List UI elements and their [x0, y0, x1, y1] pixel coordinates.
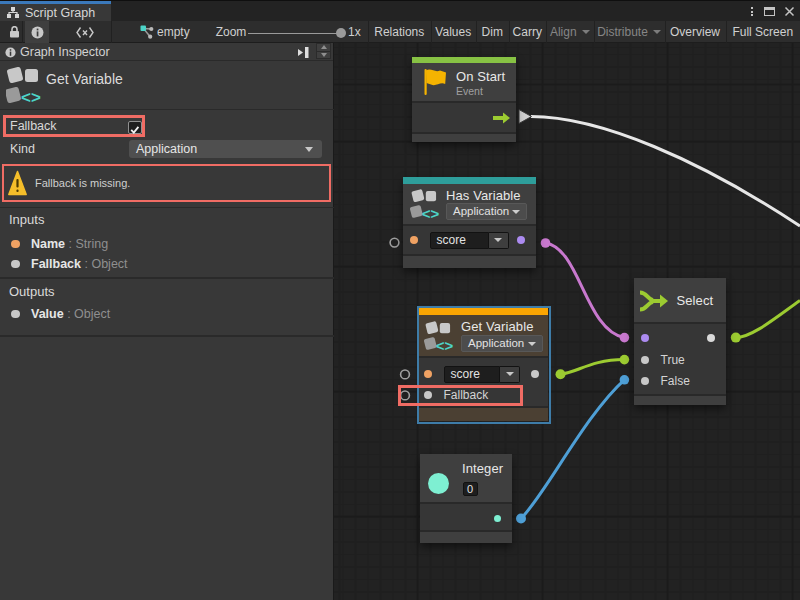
scope-dropdown[interactable]: Application: [461, 335, 543, 352]
variable-icon: <>: [424, 319, 454, 353]
value-output-port[interactable]: [531, 370, 539, 378]
close-icon[interactable]: [784, 6, 795, 17]
svg-text:<>: <>: [436, 336, 454, 352]
graph-inspector-panel: Graph Inspector <> Get Variable Fallback: [0, 43, 334, 600]
toolbar-button-values[interactable]: Values: [431, 21, 477, 43]
node-integer[interactable]: Integer 0: [420, 454, 512, 543]
kind-dropdown-value: Application: [136, 142, 197, 156]
warning-text: Fallback is missing.: [35, 177, 130, 189]
true-port-label: True: [661, 353, 685, 367]
node-select[interactable]: Select True False: [634, 278, 726, 405]
wire-end[interactable]: [620, 333, 630, 343]
false-port-label: False: [661, 374, 690, 388]
chevron-down-icon: [582, 30, 590, 34]
node-on-start[interactable]: On Start Event: [412, 57, 516, 143]
inspector-scroll-spinner: [316, 43, 331, 61]
chevron-down-icon: [653, 30, 661, 34]
zoom-value: 1x: [348, 21, 361, 43]
inspector-header: Graph Inspector: [0, 43, 333, 61]
fallback-port-highlight-box: [398, 385, 523, 406]
variable-icon: <>: [6, 64, 42, 107]
output-row-value: Value : Object: [0, 306, 334, 323]
node-title: On Start: [456, 69, 505, 84]
window-buttons: [749, 1, 800, 22]
toolbar-button-carry[interactable]: Carry: [509, 21, 547, 43]
wire-end[interactable]: [556, 369, 566, 379]
selection-outline: <> Get Variable Application score Fallba…: [417, 306, 552, 424]
code-icon[interactable]: [76, 21, 94, 43]
graph-pointer-label[interactable]: empty: [157, 21, 190, 43]
script-graph-icon: [7, 7, 19, 19]
node-title: Integer: [462, 461, 503, 476]
integer-output-port[interactable]: [494, 515, 501, 522]
name-input-port[interactable]: [410, 236, 418, 244]
select-icon: [639, 290, 668, 312]
flag-icon: [422, 68, 448, 96]
fallback-highlight-box: [3, 115, 145, 137]
info-toggle-button[interactable]: [25, 21, 49, 43]
zoom-slider-handle[interactable]: [336, 28, 346, 38]
result-output-port[interactable]: [517, 236, 525, 244]
info-icon: [5, 47, 16, 58]
scope-dropdown[interactable]: Application: [446, 203, 527, 220]
graph-pointer-icon[interactable]: [139, 21, 155, 43]
unity-script-graph-window: Script Graph: [0, 0, 800, 600]
info-icon: [31, 26, 44, 39]
port-dot: [11, 240, 20, 249]
true-input-port[interactable]: [641, 356, 649, 364]
wire-select-out[interactable]: [736, 301, 800, 338]
node-subtitle: Event: [456, 85, 483, 97]
integer-value-field[interactable]: 0: [463, 482, 478, 497]
variable-name-dropdown-button[interactable]: [489, 232, 509, 249]
selection-output-port[interactable]: [707, 334, 715, 342]
toolbar-button-align[interactable]: Align: [546, 21, 594, 43]
input-row-name: Name : String: [0, 236, 334, 253]
variable-name-dropdown-button[interactable]: [500, 366, 520, 383]
inputs-header: Inputs: [9, 212, 44, 227]
graph-toolbar: empty Zoom 1x Relations Values Dim Carry…: [0, 21, 800, 43]
kind-dropdown[interactable]: Application: [129, 140, 323, 158]
kind-label: Kind: [10, 142, 35, 156]
toolbar-button-full-screen[interactable]: Full Screen: [726, 21, 800, 43]
zoom-slider-track[interactable]: [248, 33, 342, 35]
condition-input-port[interactable]: [641, 334, 649, 342]
wire-end[interactable]: [541, 238, 551, 248]
unconnected-port-ring[interactable]: [401, 370, 410, 379]
dock-panel-icon[interactable]: [298, 47, 310, 58]
toolbar-button-distribute[interactable]: Distribute: [594, 21, 665, 43]
outputs-header: Outputs: [9, 284, 55, 299]
node-title: Select: [677, 293, 714, 308]
unconnected-port-ring[interactable]: [390, 238, 399, 247]
trigger-port-triangle[interactable]: [519, 110, 532, 124]
tab-script-graph[interactable]: Script Graph: [0, 1, 111, 22]
node-has-variable[interactable]: <> Has Variable Application score: [403, 177, 536, 268]
name-input-port[interactable]: [424, 370, 432, 378]
wire-on-start-out[interactable]: [531, 117, 800, 227]
zoom-label: Zoom: [219, 21, 243, 43]
wire-get-variable-to-select[interactable]: [561, 360, 625, 375]
variable-name-field[interactable]: score: [444, 366, 501, 383]
port-dot: [11, 260, 20, 269]
menu-icon[interactable]: [749, 7, 755, 16]
lock-icon[interactable]: [8, 21, 21, 43]
svg-text:<>: <>: [21, 88, 41, 107]
variable-name-field[interactable]: score: [430, 232, 489, 249]
node-title: Has Variable: [446, 188, 521, 203]
maximize-icon[interactable]: [764, 7, 775, 16]
toolbar-button-relations[interactable]: Relations: [368, 21, 431, 43]
chevron-down-icon: [305, 147, 313, 152]
false-input-port[interactable]: [641, 377, 649, 385]
wire-end[interactable]: [620, 375, 630, 385]
toolbar-button-dim[interactable]: Dim: [476, 21, 509, 43]
graph-canvas[interactable]: On Start Event <>: [334, 43, 800, 600]
wire-end[interactable]: [620, 355, 630, 365]
node-title: Get Variable: [461, 319, 534, 334]
scroll-down-button[interactable]: [316, 51, 331, 60]
wire-end[interactable]: [516, 514, 526, 524]
toolbar-button-overview[interactable]: Overview: [665, 21, 726, 43]
wire-has-variable-to-select[interactable]: [546, 243, 625, 338]
wire-end[interactable]: [731, 333, 741, 343]
chevron-down-icon: [528, 342, 536, 346]
inspector-node-title: Get Variable: [46, 71, 123, 87]
input-row-fallback: Fallback : Object: [0, 256, 334, 273]
